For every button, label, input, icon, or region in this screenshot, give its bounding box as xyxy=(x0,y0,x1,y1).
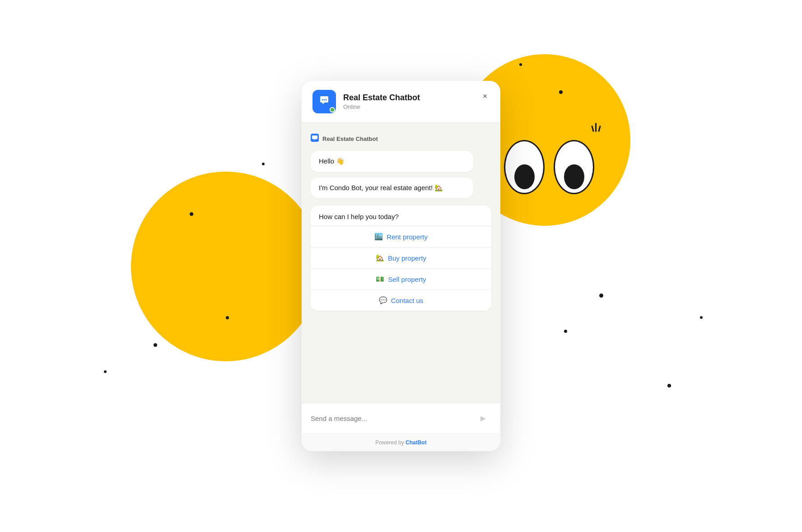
dot-7 xyxy=(519,63,522,66)
option-buy[interactable]: 🏡 Buy property xyxy=(311,247,491,269)
contact-label: Contact us xyxy=(391,297,424,304)
message-2: I'm Condo Bot, your real estate agent! 🏡 xyxy=(311,177,473,199)
dot-14 xyxy=(667,384,671,387)
dot-10 xyxy=(104,370,107,373)
dot-5 xyxy=(599,294,603,298)
bot-avatar xyxy=(312,90,336,113)
svg-point-3 xyxy=(326,99,327,100)
dot-15 xyxy=(700,316,703,319)
input-area: ► xyxy=(302,402,500,434)
dot-6 xyxy=(564,330,567,333)
bot-label-row: Real Estate Chatbot xyxy=(311,134,491,144)
option-rent[interactable]: 🏙️ Rent property xyxy=(311,226,491,247)
footer-text: Powered by xyxy=(375,439,406,446)
sell-label: Sell property xyxy=(388,275,426,283)
header-info: Real Estate Chatbot Online xyxy=(343,93,420,110)
dot-1 xyxy=(190,212,193,216)
chatbot-title: Real Estate Chatbot xyxy=(343,93,420,103)
rent-emoji: 🏙️ xyxy=(374,233,383,241)
chat-area: Real Estate Chatbot Hello 👋 I'm Condo Bo… xyxy=(302,123,500,402)
right-eye xyxy=(554,140,594,194)
option-contact[interactable]: 💬 Contact us xyxy=(311,290,491,311)
svg-point-2 xyxy=(324,99,325,100)
dot-2 xyxy=(226,316,229,319)
chatbot-header: Real Estate Chatbot Online × xyxy=(302,81,500,123)
sell-emoji: 💵 xyxy=(376,275,384,283)
close-icon: × xyxy=(483,92,488,100)
right-pupil xyxy=(564,164,584,189)
message-1: Hello 👋 xyxy=(311,151,473,172)
dot-8 xyxy=(559,90,563,94)
options-question: How can I help you today? xyxy=(311,205,491,226)
bot-label-text: Real Estate Chatbot xyxy=(322,135,378,142)
chatbot-status: Online xyxy=(343,103,420,110)
buy-label: Buy property xyxy=(388,254,426,262)
close-button[interactable]: × xyxy=(479,90,491,103)
rent-label: Rent property xyxy=(387,233,428,241)
left-eye xyxy=(504,140,545,194)
dot-4 xyxy=(262,163,265,165)
left-pupil xyxy=(514,164,535,189)
dot-3 xyxy=(154,343,157,347)
options-card: How can I help you today? 🏙️ Rent proper… xyxy=(311,205,491,311)
message-input[interactable] xyxy=(311,415,470,422)
chat-icon xyxy=(317,93,331,110)
eyes-decoration xyxy=(504,140,594,194)
chatbot-footer: Powered by ChatBot xyxy=(302,434,500,451)
yellow-circle-left xyxy=(131,172,321,361)
buy-emoji: 🏡 xyxy=(376,254,384,262)
online-indicator xyxy=(330,107,335,112)
bot-label-icon xyxy=(311,134,319,144)
svg-point-1 xyxy=(322,99,323,100)
send-button[interactable]: ► xyxy=(475,410,491,426)
option-sell[interactable]: 💵 Sell property xyxy=(311,269,491,290)
contact-emoji: 💬 xyxy=(379,296,387,304)
send-icon: ► xyxy=(479,413,488,424)
chatbot-window: Real Estate Chatbot Online × Real Estate… xyxy=(302,81,500,451)
footer-brand: ChatBot xyxy=(406,439,427,446)
